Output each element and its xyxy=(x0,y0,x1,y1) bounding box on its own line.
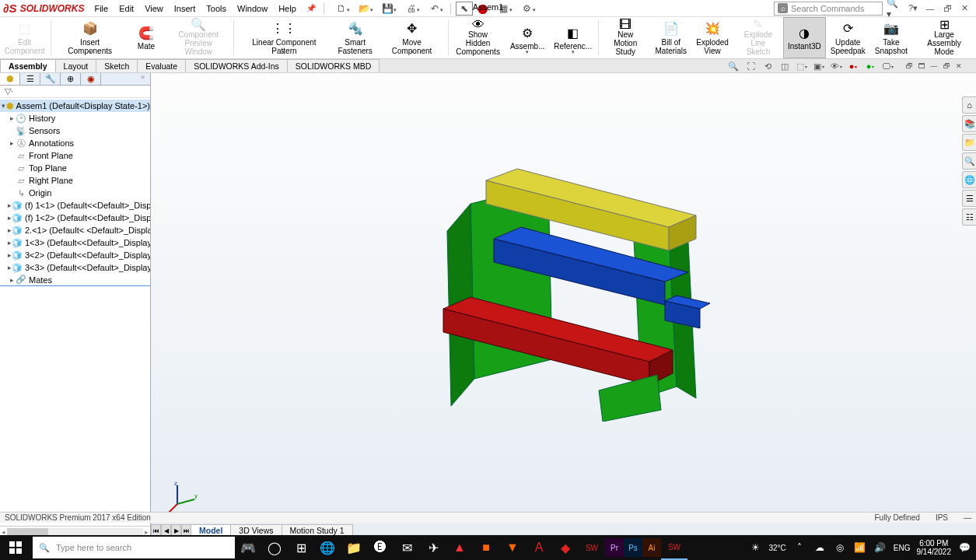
tree-item[interactable]: ▸🧊2.<1> (Default< <Default>_Display S xyxy=(0,224,150,236)
tb-acrobat-icon[interactable]: ▲ xyxy=(446,535,473,560)
tp-library-icon[interactable]: 📁 xyxy=(962,134,976,151)
cm-tab-sketch[interactable]: Sketch xyxy=(96,59,138,72)
ribbon-referenc-[interactable]: ◧Referenc... xyxy=(549,17,596,58)
tb-illustrator-icon[interactable]: Ai xyxy=(642,538,661,557)
hu-view-settings-icon[interactable]: 🖵 xyxy=(880,60,895,72)
tp-appearances-icon[interactable]: ☰ xyxy=(962,190,976,207)
tb-chrome-icon[interactable]: 🌐 xyxy=(314,535,341,560)
search-flyout-icon[interactable]: 🔍▾ xyxy=(886,2,903,16)
tree-item[interactable]: ▸🕑History xyxy=(0,112,150,124)
tree-item[interactable]: ▸🧊1<3> (Default<<Default>_Display St xyxy=(0,236,150,249)
status-extras[interactable]: — xyxy=(964,513,971,522)
tree-tab-dim[interactable]: ⊕ xyxy=(61,73,81,85)
tb-taskview-icon[interactable]: ⊞ xyxy=(288,535,314,560)
help-icon[interactable]: ?▾ xyxy=(906,2,920,15)
tp-view-palette-icon[interactable]: 🌐 xyxy=(962,171,976,188)
tree-item[interactable]: ▸🔗Mates xyxy=(0,274,150,286)
menu-window[interactable]: Window xyxy=(232,2,273,15)
ribbon-insert-components[interactable]: 📦Insert Components xyxy=(53,17,127,58)
child-min-icon[interactable]: — xyxy=(928,60,940,72)
tray-onedrive-icon[interactable]: ☁ xyxy=(813,542,827,553)
tree-tab-config[interactable]: 🔧 xyxy=(40,73,61,85)
menu-help[interactable]: Help xyxy=(273,2,302,15)
child-close-icon[interactable]: ✕ xyxy=(953,60,965,72)
tree-root[interactable]: ▾⬢ Assem1 (Default<Display State-1>) xyxy=(0,100,150,112)
status-units[interactable]: IPS xyxy=(936,513,948,522)
ribbon-instant3d[interactable]: ◑Instant3D xyxy=(783,17,826,58)
tree-item[interactable]: ▱Top Plane xyxy=(0,162,150,174)
minimize-button[interactable]: — xyxy=(923,2,937,15)
tb-solidworks-icon[interactable]: SW xyxy=(661,535,687,560)
tb-cortana-icon[interactable]: ◯ xyxy=(261,535,288,560)
tb-mail-icon[interactable]: ✉ xyxy=(394,535,420,560)
tp-explorer-icon[interactable]: 🔍 xyxy=(962,152,976,170)
qt-settings-icon[interactable]: ⚙ xyxy=(516,2,538,16)
search-commands-input[interactable]: ⌕ Search Commands xyxy=(774,2,883,16)
tp-home-icon[interactable]: ⌂ xyxy=(962,96,976,114)
ribbon-mate[interactable]: 🧲Mate xyxy=(127,17,166,58)
ribbon-show-hidden-components[interactable]: 👁Show HiddenComponents xyxy=(450,17,505,58)
menu-tools[interactable]: Tools xyxy=(201,2,232,15)
ribbon-move-component[interactable]: ✥Move Component xyxy=(377,17,446,58)
tree-item[interactable]: ↳Origin xyxy=(0,187,150,199)
cm-tab-assembly[interactable]: Assembly xyxy=(0,59,56,72)
tray-volume-icon[interactable]: 🔊 xyxy=(873,542,887,553)
tree-tab-display[interactable]: ◉ xyxy=(81,73,101,85)
tb-photoshop-icon[interactable]: Ps xyxy=(624,538,642,557)
tray-clock[interactable]: 6:00 PM 9/14/2022 xyxy=(917,539,952,556)
tree-item[interactable]: ▸🧊3<3> (Default<<Default>_Display St xyxy=(0,261,150,274)
qt-undo-icon[interactable]: ↶ xyxy=(424,2,446,16)
ribbon-update-speedpak[interactable]: ⟳UpdateSpeedpak xyxy=(826,17,870,58)
tb-sw2-icon[interactable]: SW xyxy=(579,535,605,560)
tb-office-icon[interactable]: ■ xyxy=(473,535,499,560)
graphics-viewport[interactable]: z y x ⏮ ◀ ▶ ⏭ Model3D ViewsMotion Study … xyxy=(151,73,976,537)
qt-open-icon[interactable]: 📂 xyxy=(354,2,376,16)
tree-tab-property[interactable]: ☰ xyxy=(20,73,40,85)
child-cascade-icon[interactable]: 🗗 xyxy=(940,60,953,72)
hu-zoom-fit-icon[interactable]: 🔍 xyxy=(726,60,741,72)
ribbon-linear-component-pattern[interactable]: ⋮⋮Linear Component Pattern xyxy=(235,17,333,58)
tree-item[interactable]: ▸🧊3<2> (Default<<Default>_Display St xyxy=(0,249,150,261)
qt-select-icon[interactable]: ⬉ xyxy=(456,2,473,16)
hu-appearance-icon[interactable]: ● xyxy=(845,60,861,72)
start-button[interactable] xyxy=(0,535,31,560)
search-input[interactable]: 🔍 Type here to search xyxy=(33,537,235,558)
hu-section-icon[interactable]: ◫ xyxy=(777,60,792,72)
tray-up-icon[interactable]: ˄ xyxy=(792,542,806,553)
cm-tab-evaluate[interactable]: Evaluate xyxy=(137,59,186,72)
tb-telegram-icon[interactable]: ✈ xyxy=(420,535,446,560)
tb-games-icon[interactable]: 🎮 xyxy=(235,535,261,560)
ribbon-smart-fasteners[interactable]: 🔩SmartFasteners xyxy=(333,17,376,58)
menu-insert[interactable]: Insert xyxy=(169,2,201,15)
ribbon-assemb-[interactable]: ⚙Assemb... xyxy=(505,17,549,58)
tree-filter-icon[interactable]: ▽· xyxy=(0,86,150,98)
ribbon-exploded-view[interactable]: 💥ExplodedView xyxy=(691,17,733,58)
hu-hide-show-icon[interactable]: 👁 xyxy=(828,60,844,72)
tb-vlc-icon[interactable]: ▼ xyxy=(499,535,526,560)
tp-resources-icon[interactable]: 📚 xyxy=(962,115,976,132)
ribbon-new-motion-study[interactable]: 🎞New MotionStudy xyxy=(600,17,650,58)
child-max-icon[interactable]: 🗖 xyxy=(915,60,928,72)
hu-display-style-icon[interactable]: ▣ xyxy=(811,60,827,72)
cm-tab-solidworks-mbd[interactable]: SOLIDWORKS MBD xyxy=(287,59,380,72)
tree-collapse-icon[interactable]: » xyxy=(141,73,150,85)
ribbon-bill-of-materials[interactable]: 📄Bill ofMaterials xyxy=(650,17,691,58)
tree-tab-feature[interactable]: ⬢ xyxy=(0,73,20,85)
tb-sketchup-icon[interactable]: ◆ xyxy=(552,535,579,560)
cm-tab-solidworks-add-ins[interactable]: SOLIDWORKS Add-Ins xyxy=(185,59,288,72)
hu-zoom-area-icon[interactable]: ⛶ xyxy=(743,60,758,72)
tb-edge-icon[interactable]: 🅔 xyxy=(367,535,394,560)
pin-icon[interactable]: 📌 xyxy=(302,4,320,12)
tray-temp[interactable]: 32°C xyxy=(768,544,785,552)
tb-autocad-icon[interactable]: A xyxy=(526,535,552,560)
tb-explorer-icon[interactable]: 📁 xyxy=(341,535,367,560)
child-restore-icon[interactable]: 🗗 xyxy=(903,60,915,72)
tree-item[interactable]: 📡Sensors xyxy=(0,124,150,137)
tp-custom-props-icon[interactable]: ☷ xyxy=(962,208,976,226)
close-button[interactable]: ✕ xyxy=(957,2,971,15)
hu-scene-icon[interactable]: ● xyxy=(862,60,878,72)
tree-item[interactable]: ▸🧊(f) 1<1> (Default<<Default>_Display xyxy=(0,199,150,212)
hu-view-orient-icon[interactable]: ⬚ xyxy=(794,60,810,72)
restore-button[interactable]: 🗗 xyxy=(940,2,954,15)
menu-edit[interactable]: Edit xyxy=(114,2,139,15)
